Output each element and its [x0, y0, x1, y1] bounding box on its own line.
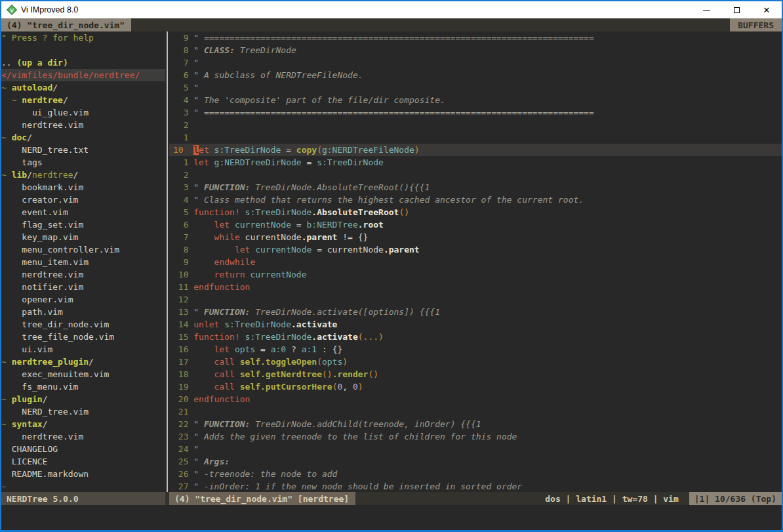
code-line[interactable]: 9" =====================================… [173, 31, 782, 44]
tree-item[interactable]: menu_item.vim [1, 256, 165, 268]
tree-item[interactable]: ~ doc/ [1, 131, 165, 144]
code-line[interactable]: 4" The 'composite' part of the file/dir … [173, 94, 782, 106]
line-number: 12 [173, 293, 188, 306]
tree-item[interactable]: exec_menuitem.vim [1, 368, 165, 380]
code-line[interactable]: 2 [173, 169, 782, 181]
window-title: Vi IMproved 8.0 [21, 5, 78, 14]
code-line-current[interactable]: 10let s:TreeDirNode = copy(g:NERDTreeFil… [169, 144, 782, 156]
code-line[interactable]: 14unlet s:TreeDirNode.activate [173, 318, 782, 331]
code-line[interactable]: 6" A subclass of NERDTreeFileNode. [173, 69, 782, 81]
tree-item[interactable]: README.markdown [1, 468, 165, 480]
window-separator[interactable] [165, 31, 169, 492]
tree-item[interactable]: opener.vim [1, 293, 165, 306]
code-line[interactable]: 12 [173, 293, 782, 306]
tree-item[interactable]: ~ nerdtree_plugin/ [1, 356, 165, 368]
tree-item[interactable]: .. (up a dir) [1, 56, 165, 69]
code-line[interactable]: 1 [173, 131, 782, 144]
code-line[interactable]: 19 call self.putCursorHere(0, 0) [173, 380, 782, 393]
code-line[interactable]: 25" Args: [173, 455, 782, 468]
line-number: 8 [173, 44, 188, 56]
code-line[interactable]: 3" FUNCTION: TreeDirNode.AbsoluteTreeRoo… [173, 181, 782, 194]
tree-item[interactable]: ~ lib/nerdtree/ [1, 169, 165, 181]
code-line[interactable]: 27" -inOrder: 1 if the new node should b… [173, 480, 782, 492]
command-line [1, 505, 782, 530]
code-line[interactable]: 8" CLASS: TreeDirNode [173, 44, 782, 56]
code-line[interactable]: 4" Class method that returns the highest… [173, 194, 782, 206]
tree-item[interactable]: event.vim [1, 206, 165, 218]
tree-item[interactable]: CHANGELOG [1, 443, 165, 455]
tree-item[interactable]: fs_menu.vim [1, 380, 165, 393]
code-line[interactable]: 22" FUNCTION: TreeDirNode.addChild(treen… [173, 418, 782, 430]
statusline-nerdtree: NERDTree 5.0.0 [1, 492, 165, 505]
tree-item[interactable]: ~ nerdtree/ [1, 94, 165, 106]
tree-item [1, 44, 165, 56]
code-line[interactable]: 3" =====================================… [173, 106, 782, 119]
tree-item[interactable]: ~ autoload/ [1, 81, 165, 94]
tree-item[interactable]: flag_set.vim [1, 218, 165, 231]
tree-item[interactable]: path.vim [1, 306, 165, 318]
code-line[interactable]: 10 return currentNode [173, 268, 782, 281]
titlebar[interactable]: V Vi IMproved 8.0 ✕ [1, 1, 782, 18]
code-line[interactable]: 17 call self.toggleOpen(opts) [173, 356, 782, 368]
line-number: 10 [173, 268, 188, 281]
code-line[interactable]: 15function! s:TreeDirNode.activate(...) [173, 331, 782, 343]
editor-panel: 9" =====================================… [169, 31, 782, 492]
minimize-button[interactable] [691, 1, 721, 18]
tabline-fill [131, 18, 730, 31]
tree-item[interactable]: tree_file_node.vim [1, 331, 165, 343]
maximize-button[interactable] [721, 1, 752, 18]
tab-active[interactable]: (4) "tree_dir_node.vim" [1, 18, 131, 31]
code-line[interactable]: 24" [173, 443, 782, 455]
line-number: 7 [173, 231, 188, 243]
svg-text:V: V [10, 7, 14, 14]
tree-item[interactable]: NERD_tree.vim [1, 405, 165, 418]
code-line[interactable]: 18 call self.getNerdtree().render() [173, 368, 782, 380]
line-number: 14 [173, 318, 188, 331]
code-line[interactable]: 7" [173, 56, 782, 69]
code-line[interactable]: 9 endwhile [173, 256, 782, 268]
tree-item[interactable]: NERD_tree.txt [1, 144, 165, 156]
code-line[interactable]: 5" [173, 81, 782, 94]
line-number: 6 [173, 218, 188, 231]
tree-item[interactable]: creator.vim [1, 194, 165, 206]
code-line[interactable]: 7 while currentNode.parent != {} [173, 231, 782, 243]
tree-item[interactable]: " Press ? for help [1, 31, 165, 44]
line-number: 19 [173, 380, 188, 393]
tree-item[interactable]: notifier.vim [1, 281, 165, 293]
code-line[interactable]: 2 [173, 119, 782, 131]
vim-icon[interactable]: V [7, 5, 17, 15]
code-line[interactable]: 20endfunction [173, 393, 782, 405]
statusline-fileinfo: dos | latin1 | tw=78 | vim [355, 492, 689, 505]
buffers-label: BUFFERS [730, 18, 782, 31]
tree-item[interactable]: LICENCE [1, 455, 165, 468]
vim-window: V Vi IMproved 8.0 ✕ (4) "tree_dir_node.v… [0, 0, 783, 532]
close-button[interactable]: ✕ [752, 1, 782, 18]
code-line[interactable]: 11endfunction [173, 281, 782, 293]
line-number: 21 [173, 405, 188, 418]
tree-item[interactable]: nerdtree.vim [1, 119, 165, 131]
tree-item[interactable]: ui.vim [1, 343, 165, 356]
code-line[interactable]: 21 [173, 405, 782, 418]
tree-item[interactable]: nerdtree.vim [1, 430, 165, 443]
tree-item[interactable]: nerdtree.vim [1, 268, 165, 281]
tree-item[interactable]: tags [1, 156, 165, 169]
code-line[interactable]: 8 let currentNode = currentNode.parent [173, 243, 782, 256]
code-line[interactable]: 6 let currentNode = b:NERDTree.root [173, 218, 782, 231]
code-line[interactable]: 13" FUNCTION: TreeDirNode.activate([opti… [173, 306, 782, 318]
tree-item[interactable]: menu_controller.vim [1, 243, 165, 256]
code-line[interactable]: 5function! s:TreeDirNode.AbsoluteTreeRoo… [173, 206, 782, 218]
tree-root-item[interactable]: </vimfiles/bundle/nerdtree/ [1, 69, 165, 81]
tree-item[interactable]: bookmark.vim [1, 181, 165, 194]
code-line[interactable]: 26" -treenode: the node to add [173, 468, 782, 480]
code-line[interactable]: 16 let opts = a:0 ? a:1 : {} [173, 343, 782, 356]
tree-item[interactable]: tree_dir_node.vim [1, 318, 165, 331]
main-area: " Press ? for help.. (up a dir)</vimfile… [1, 31, 782, 492]
code-line[interactable]: 23" Adds the given treenode to the list … [173, 430, 782, 443]
line-number: 9 [173, 256, 188, 268]
code-line[interactable]: 1let g:NERDTreeDirNode = s:TreeDirNode [173, 156, 782, 169]
line-number: 6 [173, 69, 188, 81]
tree-item[interactable]: ui_glue.vim [1, 106, 165, 119]
tree-item[interactable]: ~ syntax/ [1, 418, 165, 430]
tree-item[interactable]: ~ plugin/ [1, 393, 165, 405]
tree-item[interactable]: key_map.vim [1, 231, 165, 243]
